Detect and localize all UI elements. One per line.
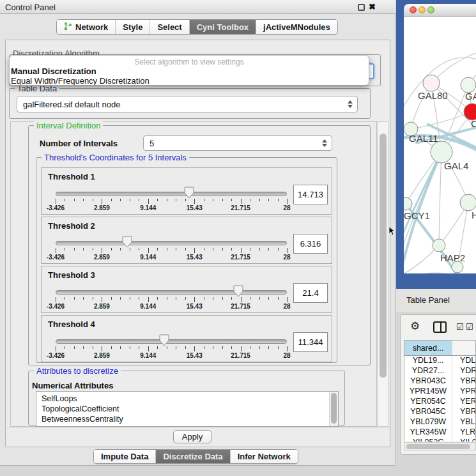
- threshold-panel: Threshold 1-3.4262.8599.14415.4321.71528…: [41, 167, 332, 215]
- threshold-value-field[interactable]: 11.344: [293, 332, 328, 352]
- tab-label: Impute Data: [101, 452, 148, 461]
- table-cell[interactable]: YDL19...: [404, 356, 452, 366]
- table-row[interactable]: YDL19...YDL1: [404, 356, 476, 366]
- slider-thumb[interactable]: [184, 187, 194, 199]
- tick-label: 2.859: [94, 204, 110, 211]
- threshold-slider-track[interactable]: [56, 290, 287, 295]
- table-panel-title: Table Panel: [406, 295, 450, 305]
- table-row[interactable]: YBL079WYBL0: [404, 417, 476, 427]
- table-cell[interactable]: YLR3: [452, 427, 476, 438]
- tab-jactivemnodules[interactable]: jActiveMNodules: [256, 20, 337, 34]
- table-cell[interactable]: YPR1: [452, 387, 476, 397]
- attribute-list-item[interactable]: TopologicalCoefficient: [36, 404, 338, 414]
- network-canvas[interactable]: GAL80GACGAL11GAL4GCY1HHAP2: [404, 17, 476, 273]
- tab-discretize-data[interactable]: Discretize Data: [155, 450, 229, 463]
- threshold-slider-track[interactable]: [56, 241, 287, 245]
- network-node[interactable]: [423, 75, 440, 91]
- table-row[interactable]: YBR043CYBR0: [404, 376, 476, 387]
- tab-select[interactable]: Select: [150, 20, 188, 34]
- list-scrollbar-thumb[interactable]: [331, 393, 337, 424]
- table-cell[interactable]: YBR0: [452, 376, 476, 387]
- list-scrollbar[interactable]: [329, 392, 338, 427]
- threshold-slider-track[interactable]: [56, 339, 287, 344]
- tick-label: 28: [283, 204, 290, 211]
- tick-mark: [93, 346, 93, 349]
- network-node[interactable]: [404, 197, 412, 210]
- close-traffic-light-icon[interactable]: [410, 6, 417, 13]
- tab-cyni-toolbox[interactable]: Cyni Toolbox: [189, 20, 256, 34]
- tab-infer-network[interactable]: Infer Network: [230, 450, 298, 463]
- tick-mark: [231, 297, 232, 300]
- table-row[interactable]: YIL052CYIL0: [404, 438, 476, 441]
- tick-mark: [157, 248, 158, 250]
- tick-mark: [83, 199, 84, 201]
- network-node[interactable]: [460, 194, 476, 211]
- table-row[interactable]: YBR045CYBR0: [404, 407, 476, 417]
- threshold-value-field[interactable]: 21.4: [293, 283, 328, 303]
- minimize-traffic-light-icon[interactable]: [418, 6, 426, 13]
- tab-style[interactable]: Style: [115, 20, 150, 34]
- apply-button[interactable]: Apply: [173, 430, 211, 443]
- table-row[interactable]: YER054CYER0: [404, 397, 476, 407]
- table-cell[interactable]: YER0: [452, 397, 476, 407]
- threshold-value-field[interactable]: 6.316: [293, 234, 328, 254]
- panel-title: Control Panel: [5, 3, 56, 12]
- close-icon[interactable]: ✖: [369, 2, 376, 12]
- table-cell[interactable]: YBR0: [452, 407, 476, 417]
- table-cell[interactable]: YIL052C: [404, 438, 452, 441]
- column-header[interactable]: shared...: [404, 341, 452, 355]
- table-cell[interactable]: YIL0: [452, 438, 476, 441]
- zoom-traffic-light-icon[interactable]: [427, 6, 434, 13]
- table-cell[interactable]: YDR27...: [404, 366, 452, 376]
- threshold-slider-track[interactable]: [56, 192, 287, 196]
- float-window-icon[interactable]: [358, 4, 365, 11]
- tick-mark: [204, 346, 204, 349]
- algorithm-option[interactable]: Equal Width/Frequency Discretization: [10, 76, 369, 86]
- table-row[interactable]: YDR27...YDR2: [404, 366, 476, 376]
- table-cell[interactable]: YBL0: [452, 417, 476, 427]
- attribute-list-item[interactable]: BetweennessCentrality: [36, 414, 338, 424]
- network-node[interactable]: [431, 141, 452, 163]
- tick-label: -3.426: [47, 204, 65, 211]
- slider-thumb[interactable]: [233, 285, 243, 297]
- table-data-combobox[interactable]: galFiltered.sif default node: [17, 96, 358, 112]
- tick-mark: [287, 199, 288, 204]
- attribute-list-item[interactable]: SelfLoops: [36, 394, 338, 404]
- number-of-intervals-combobox[interactable]: 5: [143, 135, 332, 151]
- table-horizontal-scrollbar[interactable]: [404, 442, 476, 450]
- split-columns-icon[interactable]: [433, 321, 447, 333]
- tick-mark: [56, 346, 56, 351]
- table-cell[interactable]: YLR345W: [404, 427, 452, 438]
- tick-mark: [194, 297, 195, 302]
- network-edge: [404, 273, 476, 273]
- vertical-scrollbar[interactable]: [377, 121, 388, 427]
- tick-mark: [268, 346, 269, 349]
- table-cell[interactable]: YPR145W: [404, 387, 452, 397]
- table-row[interactable]: YLR345WYLR3: [404, 427, 476, 438]
- table-cell[interactable]: YER054C: [404, 397, 452, 407]
- tab-network[interactable]: Network: [57, 20, 115, 34]
- table-cell[interactable]: YBL079W: [404, 417, 452, 427]
- table-row[interactable]: YPR145WYPR1: [404, 387, 476, 397]
- checkbox-icon[interactable]: ☑: [466, 322, 473, 332]
- tick-mark: [185, 297, 186, 300]
- attributes-listbox[interactable]: SelfLoopsTopologicalCoefficientBetweenne…: [36, 391, 339, 427]
- table-cell[interactable]: YBR045C: [404, 407, 452, 417]
- column-header[interactable]: n...: [452, 341, 476, 355]
- tab-label: Network: [75, 22, 108, 32]
- slider-thumb[interactable]: [159, 334, 169, 346]
- network-node[interactable]: [433, 239, 445, 252]
- tab-impute-data[interactable]: Impute Data: [94, 450, 155, 463]
- table-scrollbar-thumb[interactable]: [406, 444, 470, 449]
- table-cell[interactable]: YDR2: [452, 366, 476, 376]
- tick-mark: [185, 199, 186, 201]
- table-cell[interactable]: YDL1: [452, 356, 476, 366]
- gear-icon[interactable]: ⚙: [410, 319, 420, 333]
- slider-thumb[interactable]: [122, 236, 132, 248]
- algorithm-option[interactable]: Manual Discretization: [10, 66, 369, 76]
- checkbox-icon[interactable]: ☑: [456, 322, 464, 332]
- tick-mark: [139, 346, 139, 349]
- table-cell[interactable]: YBR043C: [404, 376, 452, 387]
- threshold-value-field[interactable]: 14.713: [293, 185, 328, 204]
- scrollbar-thumb[interactable]: [380, 134, 387, 378]
